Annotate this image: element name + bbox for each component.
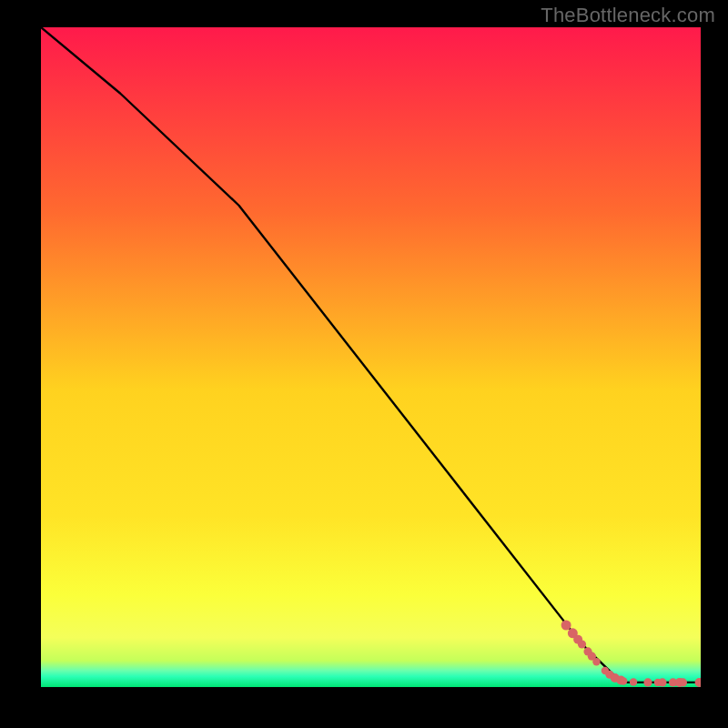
data-point xyxy=(658,678,666,686)
watermark-text: TheBottleneck.com xyxy=(541,4,715,27)
data-point xyxy=(679,678,687,686)
chart-container: TheBottleneck.com xyxy=(0,0,728,728)
data-point xyxy=(561,621,571,631)
data-point xyxy=(643,678,652,686)
data-point xyxy=(620,677,627,684)
plot-area xyxy=(41,27,701,687)
data-point xyxy=(630,678,637,685)
chart-svg xyxy=(41,27,701,687)
data-point xyxy=(578,640,586,648)
data-point xyxy=(592,658,600,665)
gradient-background xyxy=(41,27,701,687)
